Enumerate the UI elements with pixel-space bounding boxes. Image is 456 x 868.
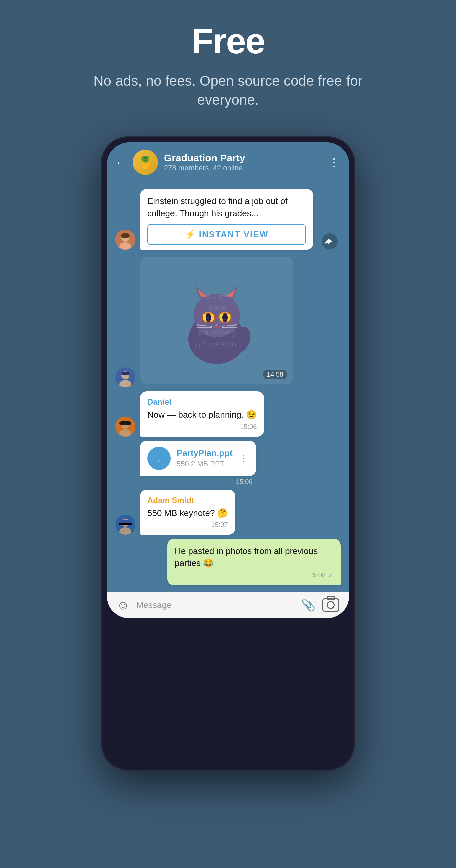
message-input[interactable]: Message [136, 600, 295, 610]
sender-name: Daniel [147, 397, 257, 407]
table-row: A = πr²V = l³P = 2πrs = √(r²+h²)A = πr² … [115, 254, 341, 387]
more-options-icon[interactable]: ⋮ [329, 156, 341, 169]
svg-point-18 [222, 313, 228, 322]
file-message: ↓ PartyPlan.ppt 550.2 MB PPT ⋮ [140, 441, 256, 476]
hero-subtitle: No ads, no fees. Open source code free f… [91, 72, 365, 110]
instant-view-button[interactable]: ⚡ INSTANT VIEW [147, 224, 306, 245]
hero-title: Free [191, 20, 265, 62]
svg-rect-8 [121, 372, 129, 375]
sent-message: He pasted in photos from all previous pa… [167, 539, 341, 585]
group-avatar: 🍍 [132, 150, 158, 175]
svg-point-10 [193, 294, 240, 337]
svg-rect-31 [119, 422, 131, 425]
message-text: He pasted in photos from all previous pa… [175, 545, 333, 569]
avatar [115, 230, 135, 250]
camera-button[interactable] [322, 598, 339, 612]
group-meta: 278 members, 42 online [164, 163, 323, 172]
message-time: 15:08 ✓ [175, 571, 333, 579]
article-text: Einstein struggled to find a job out of … [147, 195, 306, 219]
article-message: Einstein struggled to find a job out of … [140, 189, 313, 250]
download-icon: ↓ [156, 452, 161, 464]
chat-header: ← 🍍 Graduation Party 278 members, 42 onl… [107, 142, 349, 182]
phone-inner: ← 🍍 Graduation Party 278 members, 42 onl… [107, 142, 349, 618]
forward-button[interactable] [318, 233, 338, 250]
avatar [115, 367, 135, 387]
adam-message: Adam Smidt 550 MB keynote? 🤔 15:07 [140, 490, 235, 535]
table-row: ↓ PartyPlan.ppt 550.2 MB PPT ⋮ 15:06 [115, 441, 341, 486]
table-row: Einstein struggled to find a job out of … [115, 189, 341, 250]
chat-body: Einstein struggled to find a job out of … [107, 182, 349, 592]
sticker-message: A = πr²V = l³P = 2πrs = √(r²+h²)A = πr² … [140, 254, 294, 387]
group-info: Graduation Party 278 members, 42 online [164, 152, 323, 172]
message-time: 15:07 [147, 521, 228, 529]
svg-point-17 [206, 313, 211, 322]
instant-view-label: INSTANT VIEW [199, 229, 268, 240]
message-text: 550 MB keynote? 🤔 [147, 507, 228, 519]
svg-point-3 [121, 233, 129, 238]
back-button[interactable]: ← [115, 157, 126, 168]
attach-button[interactable]: 📎 [301, 598, 315, 612]
phone-shell: ← 🍍 Graduation Party 278 members, 42 onl… [101, 136, 355, 771]
file-more-icon[interactable]: ⋮ [239, 453, 249, 464]
file-size: 550.2 MB PPT [177, 460, 233, 468]
sender-name: Adam Smidt [147, 496, 228, 505]
daniel-message: Daniel Now — back to planning. 😉 15:06 [140, 391, 264, 436]
svg-rect-36 [119, 523, 132, 525]
download-button[interactable]: ↓ [147, 447, 171, 470]
file-info: PartyPlan.ppt 550.2 MB PPT [177, 448, 233, 468]
table-row: He pasted in photos from all previous pa… [115, 539, 341, 585]
sticker-time: 14:58 [263, 370, 287, 379]
input-bar: ☺ Message 📎 [107, 592, 349, 618]
bolt-icon: ⚡ [185, 229, 195, 240]
table-row: Adam Smidt 550 MB keynote? 🤔 15:07 [115, 490, 341, 535]
message-text: Now — back to planning. 😉 [147, 409, 257, 421]
message-time: 15:06 [147, 423, 257, 431]
table-row: Daniel Now — back to planning. 😉 15:06 [115, 391, 341, 436]
emoji-button[interactable]: ☺ [117, 598, 129, 612]
avatar [115, 515, 135, 535]
checkmark-icon: ✓ [328, 571, 333, 579]
group-name: Graduation Party [164, 152, 323, 163]
file-time: 15:06 [140, 478, 253, 486]
avatar [115, 416, 135, 437]
file-name: PartyPlan.ppt [177, 448, 233, 458]
